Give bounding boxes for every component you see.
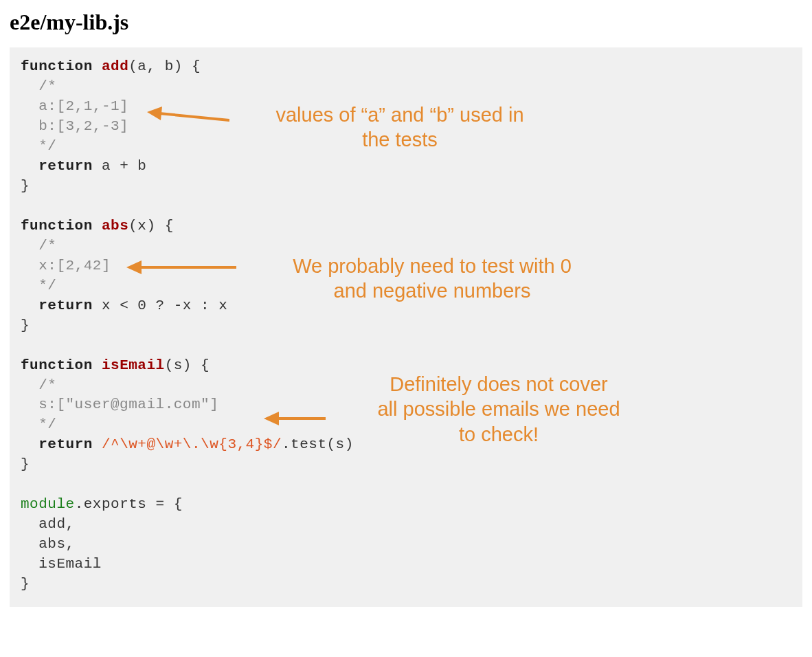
params-add: (a, b) { — [128, 58, 201, 74]
keyword-function: function — [21, 58, 93, 74]
comment: /* — [21, 238, 56, 254]
export-line: add, — [21, 516, 75, 532]
comment: */ — [21, 138, 56, 154]
page-title: e2e/my-lib.js — [10, 10, 802, 35]
exports-rest: .exports = { — [75, 496, 183, 512]
brace: } — [21, 456, 30, 472]
code-block: function add(a, b) { /* a:[2,1,-1] b:[3,… — [10, 47, 802, 607]
regex: /^\w+@\w+\.\w{3,4}$/ — [102, 436, 282, 452]
comment: /* — [21, 377, 56, 393]
comment: */ — [21, 278, 56, 293]
module-keyword: module — [21, 496, 75, 512]
expr: x < 0 ? -x : x — [93, 298, 228, 313]
comment: b:[3,2,-3] — [21, 118, 128, 134]
code-stage: function add(a, b) { /* a:[2,1,-1] b:[3,… — [10, 47, 802, 607]
keyword-return: return — [38, 158, 93, 174]
export-line: isEmail — [21, 556, 102, 572]
keyword-function: function — [21, 357, 93, 373]
brace: } — [21, 576, 30, 592]
brace: } — [21, 178, 30, 194]
comment: /* — [21, 78, 56, 94]
params-isemail: (s) { — [165, 357, 210, 373]
fn-name-abs: abs — [102, 218, 128, 234]
expr: .test(s) — [282, 436, 354, 452]
fn-name-isemail: isEmail — [102, 357, 165, 373]
keyword-return: return — [38, 436, 93, 452]
comment: s:["user@gmail.com"] — [21, 397, 218, 412]
params-abs: (x) { — [128, 218, 174, 234]
comment: */ — [21, 416, 56, 432]
comment: x:[2,42] — [21, 258, 111, 274]
keyword-function: function — [21, 218, 93, 234]
keyword-return: return — [38, 298, 93, 313]
export-line: abs, — [21, 536, 75, 552]
expr: a + b — [93, 158, 147, 174]
brace: } — [21, 318, 30, 333]
fn-name-add: add — [102, 58, 128, 74]
comment: a:[2,1,-1] — [21, 98, 128, 114]
